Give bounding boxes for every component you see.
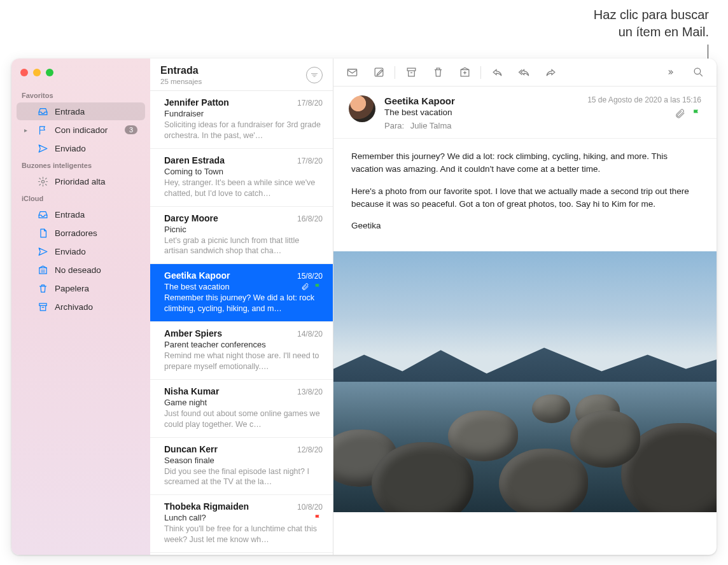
callout-line2: un ítem en Mail.: [594, 24, 709, 41]
sidebar-icloud-nodeseado[interactable]: No deseado: [17, 261, 145, 279]
message-item[interactable]: Thobeka Rigmaiden10/8/20Lunch call?Think…: [150, 495, 333, 553]
attachment-icon: [675, 108, 685, 121]
subject: Season finale: [164, 456, 323, 465]
get-mail-button[interactable]: [340, 63, 364, 82]
message-list-header: Entrada 25 mensajes: [150, 59, 333, 91]
preview: Just found out about some online games w…: [164, 408, 323, 430]
sidebar-item-entrada[interactable]: Entrada: [17, 102, 145, 120]
sent-icon: [37, 143, 48, 154]
forward-button[interactable]: [538, 63, 563, 82]
section-icloud: iCloud: [11, 191, 150, 205]
preview: Remind me what night those are. I'll nee…: [164, 351, 323, 372]
message-item[interactable]: Jennifer Patton17/8/20FundraiserSoliciti…: [150, 91, 333, 149]
preview: Think you'll be free for a lunchtime cha…: [164, 524, 323, 545]
message-count: 25 mensajes: [160, 78, 306, 85]
date: 16/8/20: [297, 214, 323, 223]
date: 10/8/20: [297, 503, 323, 512]
svg-rect-3: [347, 69, 356, 76]
recipient-row: Para: Julie Talma: [384, 121, 578, 130]
sidebar-item-label: Papelera: [55, 284, 137, 293]
mailbox-title: Entrada: [160, 65, 306, 76]
compose-button[interactable]: [367, 63, 391, 82]
body-signature: Geetika: [351, 220, 699, 232]
message-subject: The best vacation: [384, 108, 578, 117]
message-item[interactable]: Darcy Moore16/8/20PicnicLet's grab a pic…: [150, 207, 333, 265]
inbox-icon: [37, 209, 48, 220]
reply-button[interactable]: [485, 63, 509, 82]
sidebar-item-priority[interactable]: Prioridad alta: [17, 172, 145, 190]
sidebar: Favoritos Entrada ▸ Con indicador 3 Envi…: [11, 59, 150, 555]
filter-button[interactable]: [306, 67, 323, 83]
junk-button[interactable]: [452, 63, 477, 82]
callout-text: Haz clic para buscar un ítem en Mail.: [594, 6, 709, 41]
toolbar: [333, 59, 717, 87]
sidebar-item-label: Archivado: [55, 302, 137, 312]
sidebar-item-enviado[interactable]: Enviado: [17, 139, 145, 157]
sidebar-icloud-enviado[interactable]: Enviado: [17, 242, 145, 260]
sent-icon: [37, 246, 48, 257]
message-body: Remember this journey? We did a lot: roc…: [333, 139, 717, 248]
message-timestamp: 15 de Agosto de 2020 a las 15:16: [587, 95, 701, 104]
message-item[interactable]: Duncan Kerr12/8/20Season finaleDid you s…: [150, 438, 333, 496]
reader-pane: Geetika Kapoor The best vacation Para: J…: [333, 59, 717, 555]
sidebar-icloud-papelera[interactable]: Papelera: [17, 279, 145, 297]
sender: Geetika Kapoor: [164, 270, 297, 281]
subject: Lunch call?: [164, 513, 310, 522]
date: 15/8/20: [297, 272, 323, 281]
message-item[interactable]: Amber Spiers14/8/20Parent teacher confer…: [150, 322, 333, 380]
date: 14/8/20: [297, 330, 323, 338]
preview: Hey, stranger. It's been a while since w…: [164, 178, 323, 199]
subject: Picnic: [164, 225, 323, 234]
sidebar-item-label: Entrada: [55, 210, 137, 220]
message-list: Entrada 25 mensajes Jennifer Patton17/8/…: [150, 59, 333, 555]
sidebar-item-label: Enviado: [55, 144, 137, 153]
inbox-icon: [37, 106, 48, 117]
preview: Did you see the final episode last night…: [164, 466, 323, 488]
sender-name: Geetika Kapoor: [384, 95, 578, 106]
flag-icon: [314, 513, 323, 522]
sender: Amber Spiers: [164, 328, 297, 338]
sender: Darcy Moore: [164, 213, 297, 223]
archive-button[interactable]: [399, 63, 423, 82]
archive-icon: [37, 301, 48, 312]
svg-point-0: [41, 180, 44, 183]
date: 13/8/20: [297, 387, 323, 396]
junk-icon: [37, 264, 48, 276]
subject: Parent teacher conferences: [164, 340, 323, 349]
minimize-button[interactable]: [33, 69, 41, 76]
preview: Soliciting ideas for a fundraiser for 3r…: [164, 120, 323, 141]
section-smart: Buzones inteligentes: [11, 158, 150, 172]
sender: Thobeka Rigmaiden: [164, 501, 297, 512]
gear-icon: [37, 176, 48, 187]
sidebar-item-label: Enviado: [55, 247, 137, 256]
trash-icon: [37, 282, 48, 294]
sidebar-icloud-entrada[interactable]: Entrada: [17, 206, 145, 223]
message-item[interactable]: Nisha Kumar13/8/20Game nightJust found o…: [150, 380, 333, 438]
search-button[interactable]: [686, 63, 710, 82]
attached-photo: [333, 251, 717, 512]
recipient-name: Julie Talma: [410, 121, 452, 130]
sidebar-item-label: Entrada: [55, 107, 137, 116]
avatar: [349, 95, 375, 122]
window-controls: [11, 64, 150, 88]
flag-icon: [314, 282, 323, 291]
message-header: Geetika Kapoor The best vacation Para: J…: [333, 87, 717, 139]
sender: Nisha Kumar: [164, 386, 297, 396]
attachment-icon: [301, 282, 310, 291]
sidebar-icloud-borradores[interactable]: Borradores: [17, 224, 145, 242]
sender: Jennifer Patton: [164, 97, 297, 108]
maximize-button[interactable]: [46, 69, 53, 76]
delete-button[interactable]: [426, 63, 450, 82]
close-button[interactable]: [20, 69, 28, 76]
sidebar-icloud-archivado[interactable]: Archivado: [17, 298, 145, 316]
more-button[interactable]: [659, 63, 683, 82]
message-item[interactable]: Geetika Kapoor15/8/20The best vacationRe…: [150, 264, 333, 322]
to-label: Para:: [384, 121, 404, 130]
svg-rect-5: [407, 68, 416, 71]
sidebar-item-flagged[interactable]: ▸ Con indicador 3: [17, 121, 145, 139]
subject: Coming to Town: [164, 167, 323, 176]
message-item[interactable]: Daren Estrada17/8/20Coming to TownHey, s…: [150, 149, 333, 207]
subject: Fundraiser: [164, 109, 323, 118]
reply-all-button[interactable]: [512, 63, 536, 82]
mail-window: Favoritos Entrada ▸ Con indicador 3 Envi…: [11, 59, 717, 555]
